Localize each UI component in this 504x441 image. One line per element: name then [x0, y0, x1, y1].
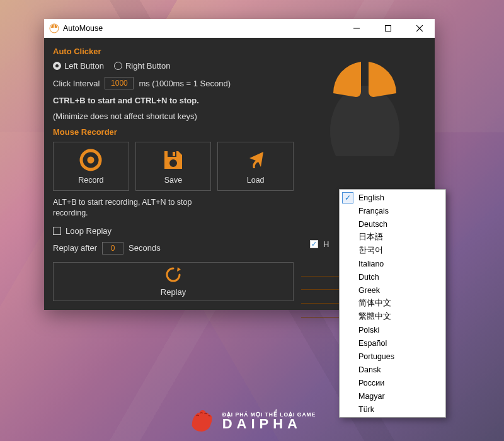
mouse-recorder-header: Mouse Recorder — [53, 127, 294, 137]
language-option[interactable]: Deutsch — [340, 217, 445, 231]
radio-right-label: Right Button — [125, 61, 171, 71]
hide-label: H — [323, 239, 329, 249]
language-option[interactable]: 简体中文 — [340, 297, 445, 310]
record-button[interactable]: Record — [53, 142, 129, 191]
maximize-button[interactable] — [374, 19, 402, 38]
language-option[interactable]: Français — [340, 204, 445, 217]
language-option[interactable]: 日本語 — [340, 231, 445, 244]
language-label: Deutsch — [358, 220, 387, 229]
auto-clicker-header: Auto Clicker — [53, 47, 294, 56]
language-label: России — [358, 379, 384, 387]
hide-checkbox-row[interactable]: H — [310, 239, 329, 249]
language-label: Magyar — [358, 392, 385, 401]
check-icon — [342, 219, 353, 230]
check-icon — [342, 285, 353, 296]
language-label: English — [358, 193, 384, 202]
language-label: Français — [358, 207, 389, 215]
language-label: 한국어 — [358, 245, 383, 256]
language-option[interactable]: Polski — [340, 323, 445, 336]
check-icon — [342, 272, 353, 283]
check-icon — [342, 338, 353, 349]
language-label: 日本語 — [358, 232, 383, 243]
seconds-label: Seconds — [129, 243, 161, 253]
checkbox-icon — [53, 227, 61, 235]
language-option[interactable]: 한국어 — [340, 244, 445, 257]
radio-left-button[interactable]: Left Button — [53, 61, 104, 71]
load-icon — [243, 148, 268, 172]
brand-logo: ĐẠI PHÁ MỌI THỂ LOẠI GAME DAIPHA — [188, 407, 316, 435]
svg-rect-9 — [173, 152, 175, 156]
language-label: Dansk — [358, 365, 381, 374]
save-label: Save — [164, 176, 183, 185]
save-icon — [163, 148, 184, 172]
language-label: 繁體中文 — [358, 311, 391, 322]
window-title: AutoMouse — [63, 24, 103, 33]
language-option[interactable]: России — [340, 376, 445, 389]
loop-replay-label: Loop Replay — [66, 226, 112, 236]
click-interval-suffix: ms (1000ms = 1 Second) — [139, 79, 231, 88]
replay-button[interactable]: Replay — [53, 262, 294, 301]
replay-after-label: Replay after — [53, 243, 97, 253]
replay-icon — [165, 266, 181, 285]
mouse-logo-icon — [321, 49, 409, 158]
recorder-hotkeys: ALT+B to start recording, ALT+N to stop … — [53, 197, 217, 219]
record-icon — [79, 148, 103, 172]
left-panel: Auto Clicker Left Button Right Button Cl… — [44, 38, 301, 310]
save-button[interactable]: Save — [135, 142, 212, 191]
language-label: Türk — [358, 405, 374, 414]
check-icon — [342, 404, 353, 415]
checkbox-icon — [310, 240, 318, 248]
click-interval-label: Click Interval — [53, 79, 100, 88]
check-icon — [342, 232, 353, 243]
radio-left-label: Left Button — [64, 61, 104, 71]
fist-icon — [188, 407, 216, 435]
svg-point-10 — [169, 159, 177, 167]
language-option[interactable]: Dutch — [340, 270, 445, 284]
language-label: Greek — [358, 286, 380, 295]
svg-rect-11 — [362, 60, 367, 63]
svg-rect-3 — [386, 26, 391, 32]
language-option[interactable]: Dansk — [340, 363, 445, 376]
check-icon — [342, 364, 353, 375]
language-option[interactable]: Portugues — [340, 350, 445, 363]
language-option[interactable]: Greek — [340, 284, 445, 297]
check-icon — [342, 298, 353, 309]
minimize-button[interactable] — [343, 19, 370, 38]
check-icon — [342, 258, 353, 270]
language-option[interactable]: Italiano — [340, 257, 445, 270]
language-label: Polski — [358, 326, 379, 335]
check-icon — [342, 311, 353, 323]
check-icon — [342, 391, 353, 402]
language-label: Dutch — [358, 273, 379, 282]
auto-clicker-note: (Minimize does not affect shortcut keys) — [53, 112, 294, 121]
language-option[interactable]: 繁體中文 — [340, 310, 445, 323]
app-icon — [49, 23, 59, 33]
svg-point-7 — [88, 157, 94, 164]
language-label: Italiano — [358, 260, 384, 268]
language-label: 简体中文 — [358, 298, 391, 309]
click-interval-input[interactable] — [105, 77, 134, 89]
close-button[interactable] — [406, 19, 433, 38]
brand-title: DAIPHA — [222, 418, 316, 431]
check-icon — [342, 205, 353, 217]
language-option[interactable]: Türk — [340, 403, 445, 416]
language-option[interactable]: English — [340, 191, 445, 204]
load-label: Load — [247, 176, 265, 185]
check-icon — [342, 245, 353, 256]
check-icon — [342, 377, 353, 389]
check-icon — [342, 192, 353, 203]
check-icon — [342, 324, 353, 336]
load-button[interactable]: Load — [217, 142, 294, 191]
loop-replay-checkbox[interactable]: Loop Replay — [53, 226, 294, 236]
language-option[interactable]: Español — [340, 336, 445, 350]
language-label: Español — [358, 339, 387, 348]
language-option[interactable]: Magyar — [340, 389, 445, 403]
titlebar: AutoMouse — [44, 19, 435, 38]
mouse-button-radio-group: Left Button Right Button — [53, 61, 294, 71]
replay-after-input[interactable] — [102, 242, 123, 255]
replay-label: Replay — [161, 287, 186, 297]
record-label: Record — [78, 176, 103, 185]
language-dropdown-menu[interactable]: EnglishFrançaisDeutsch日本語한국어ItalianoDutc… — [339, 189, 446, 418]
radio-right-button[interactable]: Right Button — [114, 61, 171, 71]
language-label: Portugues — [358, 352, 394, 361]
